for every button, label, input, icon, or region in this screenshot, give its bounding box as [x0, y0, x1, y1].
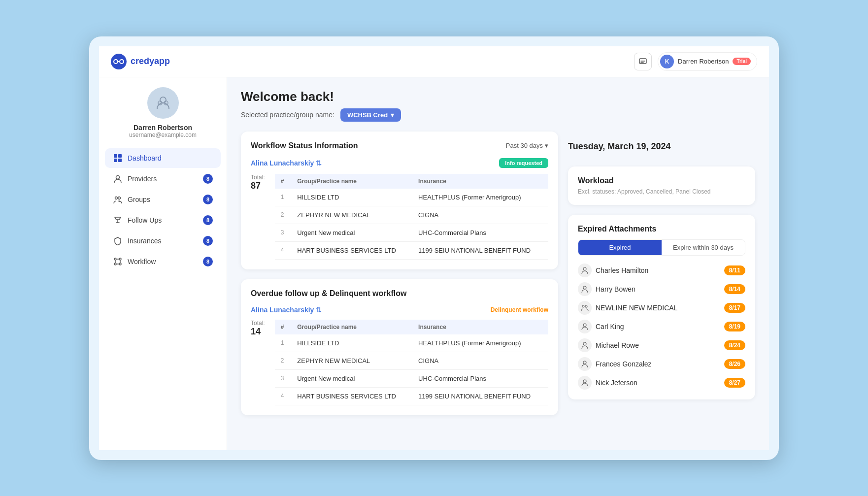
svg-rect-9	[118, 154, 122, 158]
sidebar-item-insurances[interactable]: Insurances 8	[105, 231, 221, 251]
table-row: 4HART BUSINESS SERVICES LTD1199 SEIU NAT…	[275, 387, 548, 405]
svg-point-5	[160, 97, 166, 103]
table-row: 3Urgent New medicalUHC-Commercial Plans	[275, 369, 548, 387]
content-area: Welcome back! Selected practice/group na…	[227, 77, 769, 450]
workflow-badge: 8	[203, 257, 213, 266]
providers-icon	[113, 174, 123, 184]
col-num: #	[275, 174, 292, 189]
sort-icon: ⇅	[316, 159, 322, 167]
svg-point-13	[115, 197, 118, 199]
workflow-card-header: Workflow Status Information Past 30 days…	[251, 141, 548, 150]
date-display: Tuesday, March 19, 2024	[568, 132, 755, 157]
svg-point-21	[582, 305, 584, 307]
sidebar-item-dashboard[interactable]: Dashboard	[105, 148, 221, 168]
overdue-card-header: Overdue follow up & Delinquent workflow	[251, 289, 548, 298]
providers-badge: 8	[203, 174, 213, 184]
notification-icon	[639, 58, 647, 66]
info-requested-badge: Info requested	[499, 158, 548, 168]
expired-list: Charles Hamilton 8/11 Harry Bowen 8/14 N…	[578, 264, 745, 390]
practice-select[interactable]: WCHSB Cred ▾	[340, 108, 401, 122]
period-selector[interactable]: Past 30 days ▾	[506, 142, 548, 149]
trial-badge: Trial	[733, 58, 751, 65]
sidebar-nav: Dashboard Providers 8	[99, 148, 227, 272]
followups-badge: 8	[203, 215, 213, 225]
insurances-icon	[113, 236, 123, 246]
sidebar-item-workflow[interactable]: Workflow 8	[105, 252, 221, 271]
right-column: Tuesday, March 19, 2024 Workload Excl. s…	[568, 132, 755, 415]
table-row: 1HILLSIDE LTDHEALTHPLUS (Former Amerigro…	[275, 334, 548, 352]
table-row: 1HILLSIDE LTDHEALTHPLUS (Former Amerigro…	[275, 189, 548, 206]
cards-area: Workflow Status Information Past 30 days…	[241, 132, 755, 415]
provider-link-2[interactable]: Alina Lunacharskiy ⇅	[251, 306, 322, 314]
overdue-table: # Group/Practice name Insurance 1HILLSID…	[275, 320, 548, 405]
svg-point-26	[583, 380, 586, 383]
sidebar-item-label: Insurances	[128, 237, 161, 245]
provider-row-1: Alina Lunacharskiy ⇅ Info requested	[251, 158, 548, 168]
user-menu[interactable]: K Darren Robertson Trial	[658, 52, 757, 71]
expired-person-name: NEWLINE NEW MEDICAL	[596, 304, 677, 312]
expired-item: Carl King 8/19	[578, 320, 745, 333]
notification-button[interactable]	[634, 53, 652, 70]
groups-badge: 8	[203, 195, 213, 204]
table-row: 3Urgent New medicalUHC-Commercial Plans	[275, 224, 548, 241]
left-column: Workflow Status Information Past 30 days…	[241, 132, 558, 415]
svg-rect-11	[118, 159, 122, 162]
workload-title: Workload	[578, 176, 745, 185]
person-icon	[578, 282, 592, 296]
svg-point-22	[585, 305, 587, 307]
col-group: Group/Practice name	[291, 174, 412, 189]
expired-person-name: Charles Hamilton	[596, 266, 648, 274]
insurances-badge: 8	[203, 236, 213, 246]
provider-row-2: Alina Lunacharskiy ⇅ Delinquent workflow	[251, 306, 548, 314]
group-icon	[578, 301, 592, 315]
total-block-2: Total: 14	[251, 320, 265, 337]
date-badge: 8/27	[724, 378, 745, 388]
expired-item: NEWLINE NEW MEDICAL 8/17	[578, 301, 745, 315]
workflow-status-card: Workflow Status Information Past 30 days…	[241, 132, 558, 269]
avatar: K	[660, 55, 674, 68]
date-badge: 8/19	[724, 322, 745, 331]
sidebar-item-groups[interactable]: Groups 8	[105, 190, 221, 209]
col-num: #	[275, 320, 292, 334]
groups-icon	[113, 195, 123, 204]
date-badge: 8/26	[724, 359, 745, 369]
sidebar-item-providers[interactable]: Providers 8	[105, 169, 221, 189]
expired-person-name: Nick Jeferson	[596, 379, 637, 387]
practice-row: Selected practice/group name: WCHSB Cred…	[241, 108, 755, 122]
person-icon	[578, 357, 592, 371]
svg-point-14	[118, 197, 121, 199]
welcome-title: Welcome back!	[241, 89, 755, 104]
sidebar-item-label: Groups	[128, 196, 150, 203]
table-row: 4HART BUSINESS SERVICES LTD1199 SEIU NAT…	[275, 241, 548, 259]
col-insurance: Insurance	[412, 320, 548, 334]
chevron-down-icon: ▾	[391, 111, 394, 119]
expired-title: Expired Attachments	[578, 225, 745, 233]
total-value: 87	[251, 181, 265, 191]
top-right-controls: K Darren Robertson Trial	[634, 52, 757, 71]
expired-item: Nick Jeferson 8/27	[578, 376, 745, 390]
provider-link-1[interactable]: Alina Lunacharskiy ⇅	[251, 159, 322, 167]
total-block-1: Total: 87	[251, 174, 265, 191]
tab-expired[interactable]: Expired	[578, 240, 662, 255]
svg-point-15	[114, 258, 116, 260]
sidebar-item-follow-ups[interactable]: Follow Ups 8	[105, 210, 221, 230]
expired-person-name: Harry Bowen	[596, 285, 635, 293]
sidebar-user-name: Darren Robertson	[134, 124, 192, 132]
table-row: 2ZEPHYR NEW MEDICALCIGNA	[275, 206, 548, 224]
expired-item: Charles Hamilton 8/11	[578, 264, 745, 277]
sidebar-item-label: Workflow	[128, 258, 156, 265]
sidebar: Darren Robertson username@example.com	[99, 77, 227, 450]
total-label: Total:	[251, 320, 265, 327]
svg-point-16	[119, 258, 121, 260]
table-row: 2ZEPHYR NEW MEDICALCIGNA	[275, 352, 548, 369]
workflow-table: # Group/Practice name Insurance 1HILLSID…	[275, 174, 548, 260]
date-badge: 8/17	[724, 303, 745, 313]
person-icon	[578, 376, 592, 390]
sidebar-avatar	[147, 87, 179, 119]
svg-point-24	[583, 342, 586, 345]
overdue-card-title: Overdue follow up & Delinquent workflow	[251, 289, 406, 298]
date-badge: 8/24	[724, 340, 745, 350]
expired-tabs: Expired Expire within 30 days	[578, 239, 745, 256]
tab-expire-30[interactable]: Expire within 30 days	[662, 240, 745, 255]
expired-item: Michael Rowe 8/24	[578, 338, 745, 352]
